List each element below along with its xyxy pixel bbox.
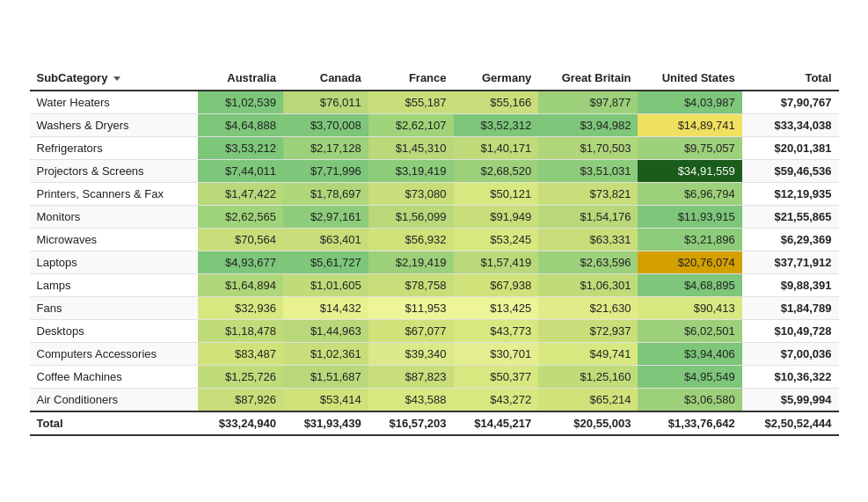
cell-france: $87,823: [368, 366, 454, 389]
cell-label: Refrigerators: [30, 137, 199, 160]
cell-france: $67,077: [368, 320, 454, 343]
cell-france: $1,56,099: [368, 206, 454, 229]
cell-united_states: $6,96,794: [638, 183, 741, 206]
cell-total: $5,99,994: [742, 389, 839, 412]
cell-total: $7,90,767: [742, 91, 839, 114]
cell-australia: $1,02,539: [198, 91, 283, 114]
cell-canada: $1,44,963: [283, 320, 368, 343]
cell-australia: $2,62,565: [198, 206, 283, 229]
cell-australia: $1,18,478: [198, 320, 283, 343]
table-row: Washers & Dryers$4,64,888$3,70,008$2,62,…: [30, 114, 839, 137]
cell-france: $73,080: [368, 183, 454, 206]
cell-great_britain: $1,06,301: [538, 274, 638, 297]
cell-australia: $4,93,677: [198, 251, 283, 274]
cell-united_states: $9,75,057: [638, 137, 741, 160]
cell-great_britain: $3,94,982: [538, 114, 638, 137]
col-header-germany[interactable]: Germany: [454, 66, 539, 91]
cell-united_states: $3,94,406: [638, 343, 741, 366]
cell-total: $59,46,536: [742, 160, 839, 183]
cell-total: $9,88,391: [742, 274, 839, 297]
cell-germany: $1,40,171: [454, 137, 539, 160]
cell-great_britain: $97,877: [538, 91, 638, 114]
table-row: Monitors$2,62,565$2,97,161$1,56,099$91,9…: [30, 206, 839, 229]
cell-australia: $7,44,011: [198, 160, 283, 183]
table-row: Microwaves$70,564$63,401$56,932$53,245$6…: [30, 229, 839, 251]
cell-canada: $1,51,687: [283, 366, 368, 389]
cell-label: Computers Accessories: [30, 343, 199, 366]
cell-great_britain: $72,937: [538, 320, 638, 343]
cell-great_britain: $1,70,503: [538, 137, 638, 160]
cell-united_states: $11,93,915: [638, 206, 741, 229]
col-header-canada[interactable]: Canada: [283, 66, 368, 91]
cell-germany: $53,245: [454, 229, 539, 251]
cell-canada: $14,432: [283, 297, 368, 320]
col-header-great-britain[interactable]: Great Britain: [538, 66, 638, 91]
cell-france: $2,62,107: [368, 114, 454, 137]
table-row: Laptops$4,93,677$5,61,727$2,19,419$1,57,…: [30, 251, 839, 274]
table-row: Refrigerators$3,53,212$2,17,128$1,45,310…: [30, 137, 839, 160]
data-table: SubCategory Australia Canada France Germ…: [30, 66, 839, 436]
cell-label: Water Heaters: [30, 91, 199, 114]
col-header-subcategory[interactable]: SubCategory: [30, 66, 199, 91]
cell-united_states: $3,21,896: [638, 229, 741, 251]
cell-united_states: $6,02,501: [638, 320, 741, 343]
total-france: $16,57,203: [368, 411, 454, 435]
cell-total: $33,34,038: [742, 114, 839, 137]
cell-canada: $3,70,008: [283, 114, 368, 137]
cell-canada: $2,97,161: [283, 206, 368, 229]
cell-germany: $1,57,419: [454, 251, 539, 274]
cell-total: $12,19,935: [742, 183, 839, 206]
total-canada: $31,93,439: [283, 411, 368, 435]
cell-germany: $55,166: [454, 91, 539, 114]
col-header-france[interactable]: France: [368, 66, 454, 91]
cell-united_states: $20,76,074: [638, 251, 741, 274]
cell-great_britain: $21,630: [538, 297, 638, 320]
cell-label: Projectors & Screens: [30, 160, 199, 183]
cell-label: Washers & Dryers: [30, 114, 199, 137]
cell-total: $10,36,322: [742, 366, 839, 389]
cell-great_britain: $65,214: [538, 389, 638, 412]
cell-france: $11,953: [368, 297, 454, 320]
cell-canada: $76,011: [283, 91, 368, 114]
cell-canada: $2,17,128: [283, 137, 368, 160]
col-header-total[interactable]: Total: [742, 66, 839, 91]
col-header-australia[interactable]: Australia: [198, 66, 283, 91]
total-australia: $33,24,940: [198, 411, 283, 435]
cell-australia: $3,53,212: [198, 137, 283, 160]
cell-germany: $43,773: [454, 320, 539, 343]
total-total: $2,50,52,444: [742, 411, 839, 435]
cell-france: $1,45,310: [368, 137, 454, 160]
cell-australia: $83,487: [198, 343, 283, 366]
cell-australia: $4,64,888: [198, 114, 283, 137]
cell-canada: $1,01,605: [283, 274, 368, 297]
cell-germany: $50,377: [454, 366, 539, 389]
cell-australia: $1,25,726: [198, 366, 283, 389]
cell-great_britain: $49,741: [538, 343, 638, 366]
cell-germany: $30,701: [454, 343, 539, 366]
cell-canada: $53,414: [283, 389, 368, 412]
cell-germany: $3,52,312: [454, 114, 539, 137]
cell-great_britain: $3,51,031: [538, 160, 638, 183]
cell-canada: $63,401: [283, 229, 368, 251]
cell-germany: $2,68,520: [454, 160, 539, 183]
cell-united_states: $14,89,741: [638, 114, 741, 137]
cell-label: Lamps: [30, 274, 199, 297]
table-container: SubCategory Australia Canada France Germ…: [12, 48, 857, 454]
cell-united_states: $34,91,559: [638, 160, 741, 183]
cell-canada: $5,61,727: [283, 251, 368, 274]
cell-total: $1,84,789: [742, 297, 839, 320]
cell-total: $6,29,369: [742, 229, 839, 251]
cell-france: $2,19,419: [368, 251, 454, 274]
totals-row: Total $33,24,940 $31,93,439 $16,57,203 $…: [30, 411, 839, 435]
cell-great_britain: $2,63,596: [538, 251, 638, 274]
table-row: Fans$32,936$14,432$11,953$13,425$21,630$…: [30, 297, 839, 320]
col-header-united-states[interactable]: United States: [638, 66, 741, 91]
table-row: Lamps$1,64,894$1,01,605$78,758$67,938$1,…: [30, 274, 839, 297]
cell-label: Printers, Scanners & Fax: [30, 183, 199, 206]
cell-australia: $70,564: [198, 229, 283, 251]
cell-australia: $1,64,894: [198, 274, 283, 297]
total-great-britain: $20,55,003: [538, 411, 638, 435]
cell-canada: $1,02,361: [283, 343, 368, 366]
cell-australia: $32,936: [198, 297, 283, 320]
cell-label: Laptops: [30, 251, 199, 274]
